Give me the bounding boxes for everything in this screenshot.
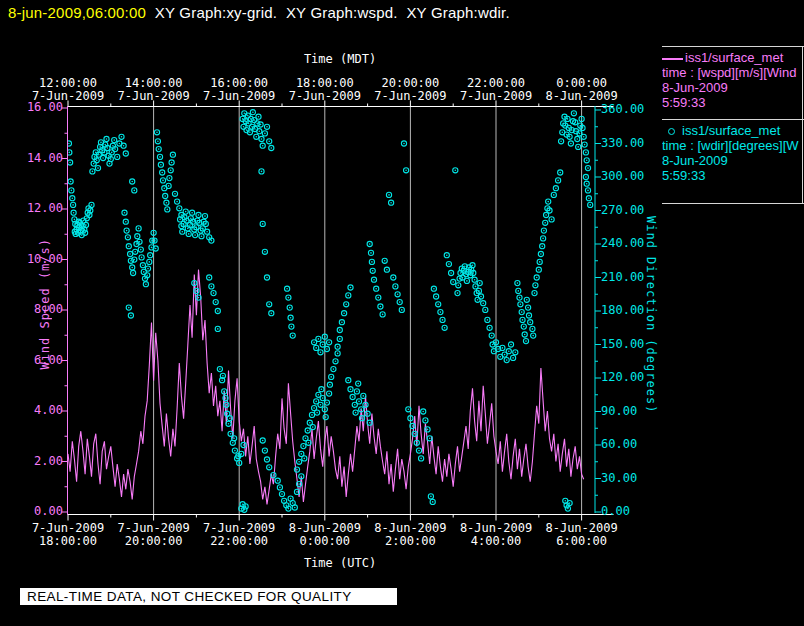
wdir-point-dot <box>97 167 99 169</box>
wdir-point-dot <box>264 251 266 253</box>
wdir-point-dot <box>143 271 145 273</box>
wdir-point-dot <box>144 278 146 280</box>
wdir-point-dot <box>296 469 298 471</box>
wdir-point-dot <box>72 197 74 199</box>
wdir-point-dot <box>457 292 459 294</box>
wdir-point-dot <box>93 163 95 165</box>
wdir-point-dot <box>248 123 250 125</box>
right-axis-tick-label: 210.00 <box>601 271 644 284</box>
wdir-point-dot <box>429 438 431 440</box>
line-swatch-icon <box>662 58 683 60</box>
right-axis-tick-label: 330.00 <box>601 137 644 150</box>
wdir-point-dot <box>565 500 567 502</box>
wdir-point-dot <box>502 347 504 349</box>
wdir-point-dot <box>89 214 91 216</box>
wdir-point-dot <box>131 267 133 269</box>
wdir-point-dot <box>569 502 571 504</box>
wdir-point-dot <box>515 352 517 354</box>
wdir-point-dot <box>485 309 487 311</box>
wdir-point-dot <box>194 234 196 236</box>
wdir-point-dot <box>522 319 524 321</box>
wdir-point-dot <box>262 440 264 442</box>
wdir-point-dot <box>565 125 567 127</box>
wdir-point-dot <box>581 118 583 120</box>
wdir-point-dot <box>395 286 397 288</box>
wdir-point-dot <box>288 297 290 299</box>
wdir-point-dot <box>478 290 480 292</box>
wdir-point-dot <box>544 222 546 224</box>
wdir-point-dot <box>286 288 288 290</box>
wdir-point-dot <box>527 307 529 309</box>
wdir-point-dot <box>69 152 71 154</box>
wdir-point-dot <box>202 228 204 230</box>
wdir-point-dot <box>370 252 372 254</box>
wdir-point-dot <box>72 204 74 206</box>
wdir-point-dot <box>427 429 429 431</box>
wdir-point-dot <box>114 148 116 150</box>
wdir-point-dot <box>85 224 87 226</box>
wdir-point-dot <box>538 269 540 271</box>
wdir-point-dot <box>190 218 192 220</box>
wdir-point-dot <box>525 340 527 342</box>
wdir-point-dot <box>138 228 140 230</box>
wdir-point-dot <box>435 296 437 298</box>
wdir-point-dot <box>343 312 345 314</box>
wdir-point-dot <box>247 115 249 117</box>
wdir-point-dot <box>186 220 188 222</box>
wdir-point-dot <box>221 379 223 381</box>
wdir-point-dot <box>206 231 208 233</box>
wdir-point-dot <box>397 294 399 296</box>
wdir-point-dot <box>446 254 448 256</box>
wdir-point-dot <box>466 280 468 282</box>
right-axis-tick-label: 150.00 <box>601 338 644 351</box>
legend-date: 8-Jun-2009 <box>662 153 804 168</box>
wdir-point-dot <box>104 152 106 154</box>
wdir-point-dot <box>444 327 446 329</box>
wdir-point-dot <box>547 201 549 203</box>
wdir-point-dot <box>567 118 569 120</box>
wdir-point-dot <box>586 183 588 185</box>
right-axis-tick-label: 360.00 <box>601 103 644 116</box>
wdir-point-dot <box>145 283 147 285</box>
wdir-point-dot <box>416 442 418 444</box>
wdir-point-dot <box>113 139 115 141</box>
wdir-point-dot <box>174 193 176 195</box>
wdir-point-dot <box>555 187 557 189</box>
wdir-point-dot <box>73 212 75 214</box>
wdir-point-dot <box>134 251 136 253</box>
wdir-point-dot <box>199 222 201 224</box>
wdir-point-dot <box>589 204 591 206</box>
wdir-point-dot <box>279 487 281 489</box>
wdir-point-dot <box>229 417 231 419</box>
wdir-point-dot <box>74 219 76 221</box>
wdir-point-dot <box>289 307 291 309</box>
wdir-point-dot <box>290 498 292 500</box>
wdir-point-dot <box>305 438 307 440</box>
wdir-point-dot <box>369 243 371 245</box>
wdir-point-dot <box>211 286 213 288</box>
wdir-point-dot <box>71 190 73 192</box>
wdir-point-dot <box>262 223 264 225</box>
wdir-point-dot <box>375 288 377 290</box>
wdir-point-dot <box>311 414 313 416</box>
wdir-point-dot <box>271 312 273 314</box>
wdir-point-dot <box>365 404 367 406</box>
wdir-point-dot <box>90 210 92 212</box>
right-axis-tick-label: 0.00 <box>601 505 630 518</box>
wdir-point-dot <box>504 354 506 356</box>
wdir-point-dot <box>171 162 173 164</box>
wdir-point-dot <box>524 334 526 336</box>
wdir-point-dot <box>262 145 264 147</box>
legend-series-row: iss1/surface_met <box>662 50 804 65</box>
wdir-point-dot <box>583 136 585 138</box>
wdir-point-dot <box>318 394 320 396</box>
wdir-point-dot <box>519 297 521 299</box>
wdir-point-dot <box>116 156 118 158</box>
circle-swatch-icon <box>668 128 675 135</box>
left-axis-tick-label: 10.00 <box>27 253 63 266</box>
wdir-point-dot <box>187 228 189 230</box>
wdir-point-dot <box>517 282 519 284</box>
wdir-point-dot <box>92 171 94 173</box>
legend-series-name: iss1/surface_met <box>685 50 783 65</box>
wdir-point-dot <box>532 328 534 330</box>
